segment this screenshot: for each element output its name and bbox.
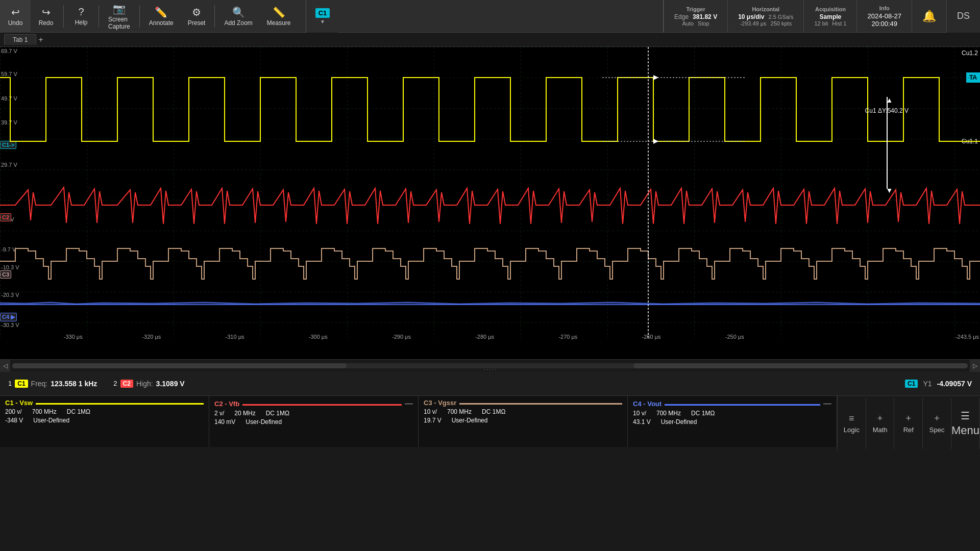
ch2-minus-button[interactable]: — <box>405 399 413 408</box>
ch3-vdiv-label: 10 v/ <box>424 408 437 415</box>
ch4-row1: 10 v/ 700 MHz DC 1MΩ <box>633 410 831 417</box>
ch1-coupling: DC 1MΩ <box>67 408 90 415</box>
y1-value: -4.09057 V <box>937 380 972 388</box>
math-button[interactable]: + Math <box>866 398 895 449</box>
y1-ch-badge: C1 <box>905 380 918 388</box>
ch2-vdiv-label: 2 v/ <box>214 410 224 417</box>
menu-label: Menu <box>951 424 979 437</box>
camera-icon: 📷 <box>113 3 126 15</box>
ds-badge: DS <box>946 0 980 33</box>
math-icon: + <box>877 413 883 424</box>
trigger-panel[interactable]: Trigger Edge 381.82 V Auto Stop <box>664 0 727 33</box>
meas-ch1-badge: C1 <box>15 380 28 388</box>
preset-button[interactable]: ⚙ Preset <box>181 0 213 33</box>
horizontal-div: 10 μs/div <box>738 13 764 20</box>
trigger-stop: Stop <box>698 20 709 27</box>
ch1-vdiv-label: 200 v/ <box>5 408 22 415</box>
acquisition-panel[interactable]: Acquisition Sample 12 bit Hist 1 <box>803 0 856 33</box>
add-zoom-button[interactable]: 🔍 Add Zoom <box>217 0 259 33</box>
acquisition-mode: Sample <box>820 13 842 20</box>
meas-item-1: 1 C1 Freq: 123.558 1 kHz <box>8 380 97 388</box>
scroll-right-button[interactable]: ▷ <box>970 360 980 372</box>
ch2-card-title: C2 - Vfb <box>214 400 239 408</box>
preset-icon: ⚙ <box>192 6 201 18</box>
ch2-coupling: DC 1MΩ <box>266 410 289 417</box>
acquisition-bits: 12 bit <box>814 20 828 27</box>
acquisition-title: Acquisition <box>815 6 846 12</box>
add-zoom-label: Add Zoom <box>224 19 252 27</box>
screen-capture-label: ScreenCapture <box>108 16 130 30</box>
ch1-card[interactable]: C1 - Vsw 200 v/ 700 MHz DC 1MΩ -348 V Us… <box>0 396 209 447</box>
ch4-row2: 43.1 V User-Defined <box>633 418 831 425</box>
ch4-minus-button[interactable]: — <box>823 399 831 408</box>
spec-label: Spec <box>929 426 945 434</box>
ch1-row1: 200 v/ 700 MHz DC 1MΩ <box>5 408 204 415</box>
notification-panel[interactable]: 🔔 <box>912 0 946 33</box>
ch2-card[interactable]: C2 - Vfb — 2 v/ 20 MHz DC 1MΩ 140 mV Use… <box>209 396 419 447</box>
ch1-defined: User-Defined <box>33 417 69 424</box>
bottom-buttons: ≡ Logic + Math + Ref + Spec ☰ Menu <box>837 396 980 451</box>
undo-label: Undo <box>8 19 23 27</box>
scroll-left-button[interactable]: ◁ <box>0 360 10 372</box>
channel-selector[interactable]: C1 ▼ <box>306 0 338 33</box>
ch3-card-title: C3 - Vgssr <box>424 399 456 407</box>
undo-icon: ↩ <box>11 6 20 18</box>
ch2-color-bar <box>242 404 402 406</box>
ch4-card[interactable]: C4 - Vout — 10 v/ 700 MHz DC 1MΩ 43.1 V … <box>628 396 837 447</box>
help-icon: ? <box>78 6 84 18</box>
ch3-row2: 19.7 V User-Defined <box>424 417 622 424</box>
redo-button[interactable]: ↪ Redo <box>31 0 61 33</box>
spec-button[interactable]: + Spec <box>923 398 951 449</box>
help-label: Help <box>75 19 88 26</box>
measure-button[interactable]: 📏 Measure <box>260 0 298 33</box>
ch4-coupling: DC 1MΩ <box>691 410 715 417</box>
top-right-panels: Trigger Edge 381.82 V Auto Stop Horizont… <box>663 0 980 33</box>
ch3-card[interactable]: C3 - Vgssr 10 v/ 700 MHz DC 1MΩ 19.7 V U… <box>419 396 628 447</box>
ch4-defined: User-Defined <box>661 418 697 425</box>
ch4-color-bar <box>665 404 820 406</box>
waveform-area: 69.7 V 59.7 V 49.7 V 39.7 V 29.7 V 9.7 V… <box>0 47 980 349</box>
y1-readout: C1 Y1 -4.09057 V <box>905 380 972 388</box>
trigger-mode: Auto <box>682 20 694 27</box>
tab-1[interactable]: Tab 1 <box>4 34 36 45</box>
separator3 <box>139 5 140 28</box>
trigger-title: Trigger <box>686 6 705 12</box>
help-button[interactable]: ? Help <box>66 0 96 33</box>
info-date: 2024-08-27 <box>867 12 901 20</box>
ch2-defined: User-Defined <box>246 418 282 425</box>
channel-cards: C1 - Vsw 200 v/ 700 MHz DC 1MΩ -348 V Us… <box>0 396 837 447</box>
scroll-track[interactable]: · · · · · <box>12 363 968 368</box>
measure-icon: 📏 <box>273 6 285 18</box>
ch4-card-title: C4 - Vout <box>633 400 662 408</box>
bell-icon: 🔔 <box>922 10 936 23</box>
annotate-icon: ✏️ <box>155 6 167 18</box>
screen-capture-button[interactable]: 📷 ScreenCapture <box>101 0 137 33</box>
ref-button[interactable]: + Ref <box>894 398 923 449</box>
horizontal-panel[interactable]: Horizontal 10 μs/div 2.5 GSa/s -293.49 μ… <box>727 0 803 33</box>
meas-ch2-badge: C2 <box>120 380 133 388</box>
undo-button[interactable]: ↩ Undo <box>0 0 31 33</box>
ch1-offset: -348 V <box>5 417 23 424</box>
ch3-color-bar <box>459 403 622 405</box>
meas-val-1: 123.558 1 kHz <box>51 380 97 388</box>
ds-icon: DS <box>957 11 970 21</box>
logic-button[interactable]: ≡ Logic <box>838 398 866 449</box>
annotate-button[interactable]: ✏️ Annotate <box>142 0 181 33</box>
separator4 <box>214 5 215 28</box>
ch3-bandwidth: 700 MHz <box>447 408 472 415</box>
acquisition-hist: Hist 1 <box>832 20 846 27</box>
horizontal-sample-rate: 2.5 GSa/s <box>769 14 794 20</box>
separator2 <box>99 5 99 28</box>
menu-icon: ☰ <box>961 410 970 422</box>
ch1-card-title: C1 - Vsw <box>5 399 33 407</box>
meas-index-1: 1 <box>8 380 12 387</box>
scope-area: Tab 1 + 69.7 V 59.7 V 49.7 V 39.7 V 29.7… <box>0 33 980 359</box>
logic-icon: ≡ <box>849 413 854 424</box>
redo-label: Redo <box>39 19 54 27</box>
info-panel[interactable]: Info 2024-08-27 20:00:49 <box>856 0 912 33</box>
meas-val-2: 3.1089 V <box>156 380 185 388</box>
horizontal-title: Horizontal <box>752 6 779 12</box>
add-tab-button[interactable]: + <box>38 35 43 44</box>
ch1-color-bar <box>36 403 204 405</box>
menu-button[interactable]: ☰ Menu <box>951 398 980 449</box>
